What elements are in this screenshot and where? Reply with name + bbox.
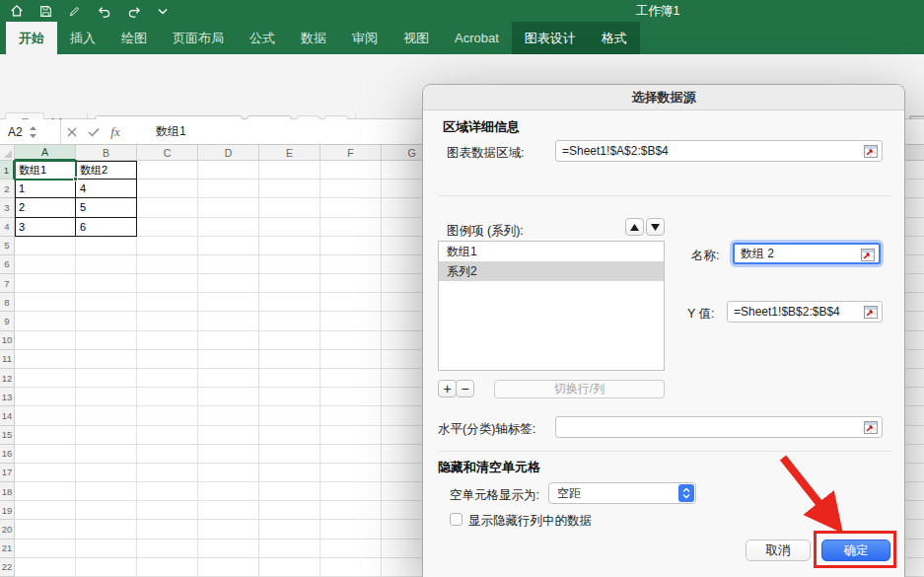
cell-C8[interactable] bbox=[137, 293, 198, 312]
series-name-input[interactable]: 数组 2 bbox=[733, 243, 881, 264]
cell-A11[interactable] bbox=[15, 350, 76, 369]
cell-A18[interactable] bbox=[15, 482, 76, 501]
row-header-3[interactable]: 3 bbox=[0, 198, 15, 217]
cell-F11[interactable] bbox=[320, 350, 382, 369]
cell-B7[interactable] bbox=[76, 274, 137, 293]
cell-D5[interactable] bbox=[198, 237, 259, 255]
cell-F7[interactable] bbox=[320, 274, 382, 293]
add-series-button[interactable]: + bbox=[438, 380, 457, 397]
row-header-14[interactable]: 14 bbox=[0, 406, 15, 425]
row-header-5[interactable]: 5 bbox=[0, 237, 15, 255]
cell-C5[interactable] bbox=[137, 237, 198, 255]
cell-A10[interactable] bbox=[15, 331, 76, 350]
cell-D16[interactable] bbox=[198, 445, 259, 464]
cell-D4[interactable] bbox=[198, 218, 259, 237]
empty-cells-select[interactable]: 空距 bbox=[548, 482, 696, 504]
cell-D13[interactable] bbox=[198, 388, 259, 406]
row-header-9[interactable]: 9 bbox=[0, 312, 15, 330]
cell-F9[interactable] bbox=[320, 312, 382, 330]
cell-A9[interactable] bbox=[15, 312, 76, 330]
cell-F2[interactable] bbox=[320, 180, 382, 198]
undo-icon[interactable] bbox=[97, 5, 111, 18]
row-header-15[interactable]: 15 bbox=[0, 426, 15, 445]
cell-B16[interactable] bbox=[76, 445, 137, 464]
cell-B3[interactable]: 5 bbox=[76, 198, 137, 217]
cell-F15[interactable] bbox=[320, 426, 382, 445]
chart-range-input[interactable]: =Sheet1!$A$2:$B$4 bbox=[555, 140, 883, 162]
cell-D12[interactable] bbox=[198, 369, 259, 388]
cell-D20[interactable] bbox=[198, 520, 259, 539]
cell-C20[interactable] bbox=[137, 520, 198, 539]
y-values-input[interactable]: =Sheet1!$B$2:$B$4 bbox=[727, 301, 883, 323]
cell-B22[interactable] bbox=[76, 558, 137, 577]
row-header-20[interactable]: 20 bbox=[0, 520, 15, 539]
row-header-22[interactable]: 22 bbox=[0, 558, 15, 577]
range-picker-icon[interactable] bbox=[864, 421, 878, 434]
cell-E6[interactable] bbox=[259, 255, 320, 274]
cell-C21[interactable] bbox=[137, 540, 198, 558]
cell-F13[interactable] bbox=[320, 388, 382, 406]
cell-C13[interactable] bbox=[137, 388, 198, 406]
name-box[interactable]: A2 bbox=[0, 119, 61, 144]
cell-D8[interactable] bbox=[198, 293, 259, 312]
cell-E17[interactable] bbox=[259, 464, 320, 482]
cell-A4[interactable]: 3 bbox=[15, 218, 76, 237]
cell-B17[interactable] bbox=[76, 464, 137, 482]
cell-F16[interactable] bbox=[320, 445, 382, 464]
cell-C17[interactable] bbox=[137, 464, 198, 482]
row-header-7[interactable]: 7 bbox=[0, 274, 15, 293]
move-series-up-button[interactable] bbox=[625, 218, 644, 236]
cell-E8[interactable] bbox=[259, 293, 320, 312]
cell-E18[interactable] bbox=[259, 482, 320, 501]
cell-E12[interactable] bbox=[259, 369, 320, 388]
cell-E22[interactable] bbox=[259, 558, 320, 577]
cell-F12[interactable] bbox=[320, 369, 382, 388]
tab-页面布局[interactable]: 页面布局 bbox=[160, 22, 237, 54]
cell-A1[interactable]: 数组1 bbox=[15, 161, 76, 180]
cell-A6[interactable] bbox=[15, 255, 76, 274]
save-icon[interactable] bbox=[39, 5, 52, 18]
cell-C1[interactable] bbox=[137, 161, 198, 180]
row-header-10[interactable]: 10 bbox=[0, 331, 15, 350]
cell-B13[interactable] bbox=[76, 388, 137, 406]
cell-E14[interactable] bbox=[259, 406, 320, 425]
cell-E10[interactable] bbox=[259, 331, 320, 350]
cancel-button[interactable]: 取消 bbox=[746, 540, 811, 561]
cell-E20[interactable] bbox=[259, 520, 320, 539]
cell-F10[interactable] bbox=[320, 331, 382, 350]
ok-button[interactable]: 确定 bbox=[821, 540, 890, 561]
column-header-A[interactable]: A bbox=[15, 145, 76, 161]
cell-A19[interactable] bbox=[15, 501, 76, 520]
range-picker-icon[interactable] bbox=[864, 145, 878, 158]
column-header-B[interactable]: B bbox=[76, 145, 137, 161]
cell-D3[interactable] bbox=[198, 198, 259, 217]
cell-F5[interactable] bbox=[320, 237, 382, 255]
series-item-系列2[interactable]: 系列2 bbox=[439, 261, 664, 281]
cell-D6[interactable] bbox=[198, 255, 259, 274]
row-header-21[interactable]: 21 bbox=[0, 540, 15, 558]
cell-F4[interactable] bbox=[320, 218, 382, 237]
insert-function-button[interactable]: fx bbox=[105, 119, 126, 144]
cell-B14[interactable] bbox=[76, 406, 137, 425]
row-header-12[interactable]: 12 bbox=[0, 369, 15, 388]
cell-C2[interactable] bbox=[137, 180, 198, 198]
cell-E7[interactable] bbox=[259, 274, 320, 293]
name-box-stepper-icon[interactable] bbox=[29, 125, 37, 139]
cell-B12[interactable] bbox=[76, 369, 137, 388]
cell-A15[interactable] bbox=[15, 426, 76, 445]
cell-B2[interactable]: 4 bbox=[76, 180, 137, 198]
tab-视图[interactable]: 视图 bbox=[391, 22, 442, 54]
remove-series-button[interactable]: − bbox=[456, 380, 474, 397]
cell-E1[interactable] bbox=[259, 161, 320, 180]
column-header-D[interactable]: D bbox=[198, 145, 259, 161]
cell-D18[interactable] bbox=[198, 482, 259, 501]
tab-公式[interactable]: 公式 bbox=[237, 22, 288, 54]
row-header-17[interactable]: 17 bbox=[0, 464, 15, 482]
cell-D21[interactable] bbox=[198, 540, 259, 558]
tab-审阅[interactable]: 审阅 bbox=[339, 22, 391, 54]
cell-B11[interactable] bbox=[76, 350, 137, 369]
range-picker-icon[interactable] bbox=[861, 249, 875, 261]
cell-B19[interactable] bbox=[76, 501, 137, 520]
cell-B10[interactable] bbox=[76, 331, 137, 350]
cell-F1[interactable] bbox=[320, 161, 382, 180]
